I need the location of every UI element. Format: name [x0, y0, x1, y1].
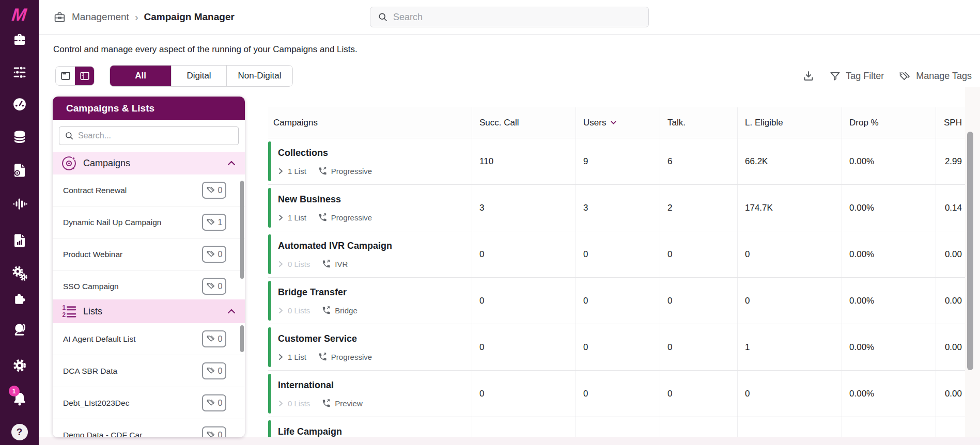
sidebar-item-integrations[interactable]: [0, 287, 39, 310]
campaign-name: New Business: [278, 194, 341, 205]
panel-search-input[interactable]: [78, 131, 233, 140]
lists-count-label[interactable]: 1 List: [288, 353, 306, 361]
sidebar-item-quality[interactable]: [0, 159, 39, 182]
users-cell: 0: [576, 278, 660, 324]
tag-filter-button[interactable]: Tag Filter: [829, 70, 884, 82]
table-row[interactable]: Collections 1 List Progressive 110 9 6 6…: [268, 138, 965, 185]
split-view-button[interactable]: [75, 67, 94, 85]
list-item[interactable]: DCA SBR Data 0: [53, 355, 245, 387]
users-cell: 3: [576, 185, 660, 231]
expand-chevron-right-icon[interactable]: [277, 353, 285, 361]
global-search-input[interactable]: [393, 12, 641, 23]
column-header-succ-call[interactable]: Succ. Call: [472, 107, 576, 138]
tag-count-badge[interactable]: 0: [202, 330, 226, 347]
lists-count-label[interactable]: 0 Lists: [288, 306, 310, 315]
column-header-users[interactable]: Users: [576, 107, 660, 138]
succ-call-cell: 110: [472, 138, 576, 184]
campaigns-section-label: Campaigns: [83, 158, 130, 169]
lists-count-label[interactable]: 0 Lists: [288, 399, 310, 408]
drop-cell: [842, 417, 936, 437]
list-item-name: DCA SBR Data: [63, 367, 117, 376]
sidebar-item-global[interactable]: [0, 318, 39, 341]
list-item[interactable]: Contract Renewal 0: [53, 174, 245, 206]
tag-count-badge[interactable]: 0: [202, 394, 226, 411]
expand-chevron-right-icon[interactable]: [277, 214, 285, 221]
column-header-users-label: Users: [583, 118, 606, 128]
drop-cell: 0.00%: [842, 278, 936, 324]
bell-icon: 1: [11, 390, 28, 407]
sidebar-item-help[interactable]: ?: [0, 421, 39, 443]
column-header-campaigns[interactable]: Campaigns: [268, 107, 472, 138]
sidebar-item-settings[interactable]: [0, 354, 39, 377]
list-item[interactable]: Demo Data - CDF Car 0: [53, 419, 245, 437]
sidebar-item-reports[interactable]: [0, 229, 39, 252]
list-item[interactable]: Debt_LIst2023Dec 0: [53, 387, 245, 419]
column-header-sph[interactable]: SPH: [936, 107, 965, 138]
table-row[interactable]: Automated IVR Campaign 0 Lists IVR 0 0 0…: [268, 231, 965, 278]
tag-count: 0: [218, 335, 223, 344]
breadcrumb-management[interactable]: Management: [72, 11, 129, 23]
table-row[interactable]: New Business 1 List Progressive 3 3 2 17…: [268, 185, 965, 231]
row-status-bar: [268, 141, 271, 181]
download-button[interactable]: [802, 70, 815, 82]
column-header-l-eligible[interactable]: L. Eligible: [738, 107, 842, 138]
sph-cell: 0.00: [936, 231, 965, 277]
expand-chevron-right-icon[interactable]: [277, 400, 285, 407]
database-icon: [12, 129, 27, 145]
tag-icon: [206, 398, 216, 408]
tag-count-badge[interactable]: 0: [202, 426, 226, 437]
lists-count-label[interactable]: 1 List: [288, 167, 306, 176]
users-cell: 9: [576, 138, 660, 184]
lists-count-label[interactable]: 1 List: [288, 213, 306, 222]
row-sub: 0 Lists IVR: [277, 259, 348, 269]
talk-cell: 0: [660, 231, 738, 277]
tag-count: 0: [218, 282, 223, 291]
table-row[interactable]: Customer Service 1 List Progressive 0 0 …: [268, 324, 965, 371]
dial-mode-label: IVR: [335, 260, 348, 268]
card-view-button[interactable]: [56, 67, 75, 85]
sidebar-item-services[interactable]: [0, 262, 39, 285]
campaigns-scrollbar[interactable]: [240, 181, 244, 279]
lists-scrollbar[interactable]: [240, 325, 244, 352]
tag-count-badge[interactable]: 1: [202, 214, 226, 231]
campaigns-section-header[interactable]: Campaigns: [53, 152, 245, 174]
list-item[interactable]: SSO Campaign 0: [53, 271, 245, 299]
global-search: [370, 7, 649, 27]
table-row[interactable]: Bridge Transfer 0 Lists Bridge 0 0 0 0 0…: [268, 278, 965, 324]
sidebar-item-management[interactable]: [0, 28, 39, 51]
table-row[interactable]: International 0 Lists Preview 0 0 0 0 0.…: [268, 371, 965, 417]
sidebar-item-data[interactable]: [0, 125, 39, 148]
tag-icon: [206, 334, 216, 344]
sidebar-item-notifications[interactable]: 1: [0, 387, 39, 410]
lists-count-label[interactable]: 0 Lists: [288, 260, 310, 268]
tag-count-badge[interactable]: 0: [202, 182, 226, 199]
list-item[interactable]: AI Agent Default List 0: [53, 323, 245, 355]
column-header-talk[interactable]: Talk.: [660, 107, 738, 138]
table-row[interactable]: Life Campaign: [268, 417, 965, 437]
expand-chevron-right-icon[interactable]: [277, 260, 285, 268]
list-item[interactable]: Product Webinar 0: [53, 239, 245, 271]
panel-search: [59, 126, 239, 145]
lists-section-label: Lists: [83, 306, 102, 317]
list-item-name: Dynamic Nail Up Campaign: [63, 218, 161, 227]
users-cell: 0: [576, 231, 660, 277]
sidebar-item-configuration[interactable]: [0, 61, 39, 84]
tag-count-badge[interactable]: 0: [202, 278, 226, 295]
manage-tags-button[interactable]: Manage Tags: [898, 70, 972, 83]
tab-all[interactable]: All: [110, 66, 171, 86]
globe-icon: [12, 322, 27, 337]
sidebar-item-voice[interactable]: [0, 193, 39, 215]
expand-chevron-right-icon[interactable]: [277, 167, 285, 175]
lists-section-header[interactable]: 12 Lists: [53, 299, 245, 323]
tab-digital[interactable]: Digital: [171, 66, 226, 86]
table-scrollbar[interactable]: [967, 132, 973, 370]
tag-count-badge[interactable]: 0: [202, 362, 226, 379]
column-header-drop[interactable]: Drop %: [842, 107, 936, 138]
app-logo[interactable]: M: [0, 3, 39, 26]
campaign-name: Customer Service: [278, 333, 357, 344]
list-item[interactable]: Dynamic Nail Up Campaign 1: [53, 206, 245, 239]
sidebar-item-dashboard[interactable]: [0, 93, 39, 116]
tab-non-digital[interactable]: Non-Digital: [226, 66, 292, 86]
expand-chevron-right-icon[interactable]: [277, 307, 285, 314]
tag-count-badge[interactable]: 0: [202, 246, 226, 263]
